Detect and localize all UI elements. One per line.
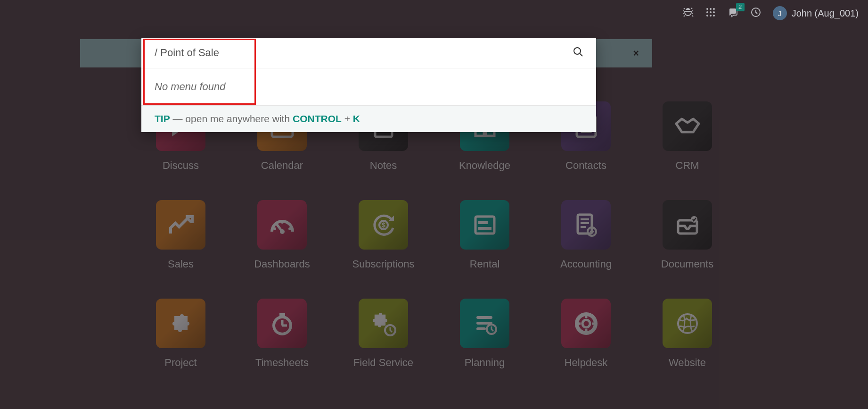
- tip-key-control: CONTROL: [293, 113, 342, 124]
- user-name: John (Aug_001): [792, 8, 859, 19]
- app-documents[interactable]: Documents: [637, 200, 738, 270]
- app-website[interactable]: Website: [637, 299, 738, 369]
- svg-point-44: [678, 314, 697, 333]
- topbar: 2 J John (Aug_001): [682, 0, 868, 26]
- messages-badge: 2: [736, 3, 745, 11]
- svg-point-23: [379, 221, 388, 229]
- svg-rect-29: [581, 218, 589, 220]
- app-label: Project: [164, 357, 197, 369]
- rental-icon: [460, 200, 509, 250]
- svg-point-32: [588, 227, 596, 236]
- svg-point-2: [713, 8, 715, 10]
- app-subscriptions[interactable]: $Subscriptions: [333, 200, 434, 270]
- svg-point-43: [582, 320, 590, 327]
- app-label: Subscriptions: [352, 258, 414, 270]
- app-label: Website: [669, 357, 706, 369]
- svg-point-34: [691, 216, 697, 223]
- sales-icon: [156, 200, 205, 250]
- app-label: Knowledge: [459, 159, 510, 172]
- search-icon: [573, 46, 584, 59]
- svg-point-19: [280, 229, 285, 234]
- clear-search-icon[interactable]: ×: [633, 47, 639, 59]
- app-grid: DiscussCalendarNotesKnowledgeContactsCRM…: [130, 101, 738, 369]
- svg-point-20: [273, 227, 276, 230]
- svg-point-35: [274, 317, 291, 334]
- app-label: Discuss: [163, 159, 199, 172]
- app-helpdesk[interactable]: Helpdesk: [535, 299, 637, 369]
- app-label: Timesheets: [255, 357, 309, 369]
- svg-rect-36: [279, 313, 285, 316]
- palette-search-input[interactable]: [155, 47, 573, 59]
- app-sales[interactable]: Sales: [130, 200, 231, 270]
- svg-rect-27: [478, 227, 491, 230]
- svg-point-42: [577, 314, 596, 333]
- app-label: Accounting: [560, 258, 612, 270]
- svg-text:$: $: [382, 221, 385, 229]
- svg-point-41: [487, 325, 496, 334]
- app-label: Notes: [370, 159, 397, 172]
- palette-no-result: No menu found: [141, 68, 596, 106]
- app-label: Calendar: [261, 159, 303, 172]
- app-planning[interactable]: Planning: [434, 299, 535, 369]
- app-field-service[interactable]: Field Service: [333, 299, 434, 369]
- planning-icon: [460, 299, 509, 348]
- svg-point-3: [706, 11, 708, 13]
- cycle-icon: $: [359, 200, 408, 250]
- svg-point-0: [706, 8, 708, 10]
- svg-point-22: [288, 227, 291, 230]
- app-area: DiscussCalendarNotesKnowledgeContactsCRM…: [0, 101, 868, 369]
- svg-point-37: [385, 325, 395, 335]
- app-label: Dashboards: [254, 258, 310, 270]
- lifebuoy-icon: [561, 299, 611, 348]
- messages-icon[interactable]: 2: [728, 7, 739, 20]
- svg-rect-31: [581, 226, 586, 228]
- svg-rect-40: [476, 327, 486, 330]
- app-rental[interactable]: Rental: [434, 200, 535, 270]
- app-label: Field Service: [353, 357, 413, 369]
- svg-rect-30: [581, 222, 589, 224]
- tip-key-k: K: [353, 113, 360, 124]
- svg-rect-25: [475, 217, 494, 234]
- app-label: Documents: [661, 258, 713, 270]
- app-crm[interactable]: CRM: [637, 101, 738, 172]
- svg-point-1: [710, 8, 712, 10]
- app-label: Planning: [465, 357, 505, 369]
- svg-rect-26: [478, 221, 488, 224]
- svg-point-45: [574, 48, 581, 54]
- activities-icon[interactable]: [750, 7, 762, 20]
- accounting-icon: [561, 200, 611, 250]
- svg-point-21: [281, 221, 284, 224]
- tip-text: — open me anywhere with: [170, 113, 293, 124]
- avatar: J: [773, 6, 787, 20]
- svg-point-6: [706, 15, 708, 17]
- stopwatch-icon: [257, 299, 307, 348]
- tip-plus: +: [342, 113, 353, 124]
- app-label: Sales: [168, 258, 194, 270]
- app-label: Rental: [470, 258, 500, 270]
- puzzle-icon: [156, 299, 205, 348]
- apps-grid-icon[interactable]: [705, 7, 716, 20]
- tip-label: TIP: [155, 113, 170, 124]
- inbox-icon: [663, 200, 712, 250]
- palette-tip: TIP — open me anywhere with CONTROL + K: [141, 106, 596, 132]
- gauge-icon: [257, 200, 307, 250]
- puzzle-clock-icon: [359, 299, 408, 348]
- app-dashboards[interactable]: Dashboards: [231, 200, 333, 270]
- debug-icon[interactable]: [682, 7, 694, 20]
- svg-point-5: [713, 11, 715, 13]
- svg-point-8: [713, 15, 715, 17]
- app-label: Contacts: [565, 159, 606, 172]
- app-accounting[interactable]: Accounting: [535, 200, 637, 270]
- app-timesheets[interactable]: Timesheets: [231, 299, 333, 369]
- svg-point-7: [710, 15, 712, 17]
- app-label: Helpdesk: [565, 357, 608, 369]
- svg-rect-33: [678, 220, 697, 234]
- app-label: CRM: [675, 159, 699, 172]
- palette-search-row: [141, 38, 596, 68]
- svg-point-4: [710, 11, 712, 13]
- handshake-icon: [663, 101, 712, 151]
- user-menu[interactable]: J John (Aug_001): [773, 6, 859, 20]
- app-project[interactable]: Project: [130, 299, 231, 369]
- svg-rect-39: [476, 322, 492, 325]
- globe-icon: [663, 299, 712, 348]
